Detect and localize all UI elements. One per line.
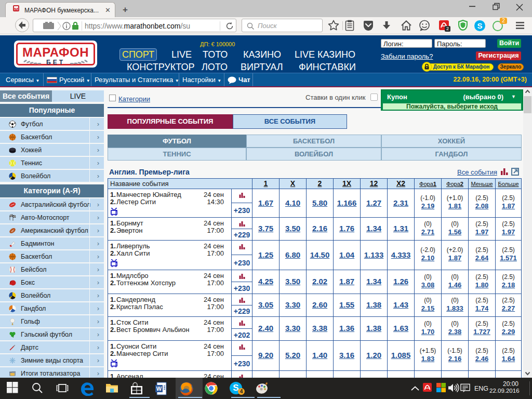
svg-text:W: W — [156, 385, 162, 392]
